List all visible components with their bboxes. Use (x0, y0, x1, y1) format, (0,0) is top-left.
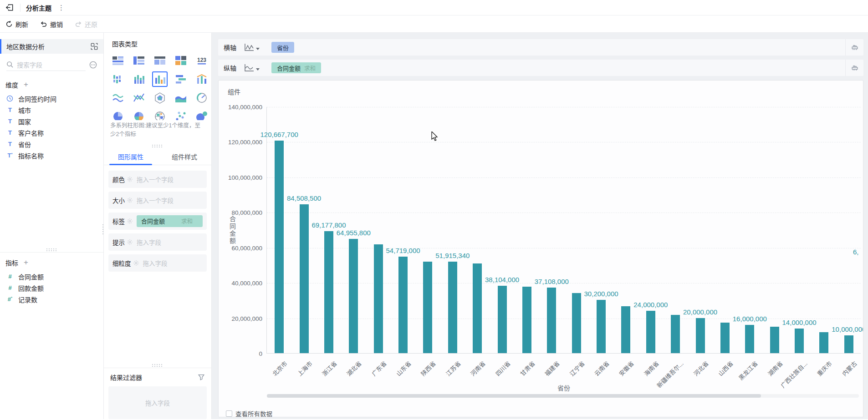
bar-四川省[interactable] (498, 286, 507, 353)
property-标签[interactable]: 标签合同金额求和 (108, 213, 207, 230)
bar-山西省[interactable] (720, 323, 730, 353)
label-field-pill[interactable]: 合同金额求和 (137, 215, 203, 227)
chart-type-detail-table[interactable] (152, 53, 168, 68)
measure-field-记录数[interactable]: #*记录数 (0, 293, 103, 305)
field-settings-icon[interactable] (89, 61, 97, 69)
bar-湖南省[interactable] (770, 327, 779, 353)
chart-type-cross-table[interactable] (131, 53, 147, 68)
bar-黑龙江省[interactable] (745, 325, 754, 353)
chart-type-gauge-chart[interactable] (194, 90, 209, 106)
gear-icon[interactable] (127, 218, 133, 224)
bar-value-label: 84,508,500 (287, 194, 321, 202)
gear-icon[interactable] (127, 239, 133, 245)
dimension-field-城市[interactable]: T城市 (0, 104, 103, 116)
dimension-field-客户名称[interactable]: T客户名称 (0, 127, 103, 138)
add-dimension-icon[interactable]: + (24, 81, 28, 88)
bar-山东省[interactable] (398, 257, 408, 353)
pill-label: 合同金额 (141, 217, 165, 225)
x-axis-label: 福建省 (543, 359, 562, 378)
bar-湖北省[interactable] (349, 239, 358, 353)
bar-浙江省[interactable] (324, 231, 333, 353)
chart-type-radar-chart[interactable] (152, 90, 168, 106)
chart-type-multi-series-column[interactable] (152, 71, 168, 87)
bar-海南省[interactable] (646, 311, 655, 353)
filter-splitter[interactable] (104, 368, 211, 368)
chart-type-waterfall-column[interactable] (110, 71, 126, 87)
y-axis-tick: 0 (259, 350, 262, 357)
bar-重庆市[interactable] (819, 332, 828, 353)
bar-安徽省[interactable] (621, 306, 630, 353)
chart-type-grouped-table[interactable] (110, 53, 126, 68)
checkbox-icon[interactable] (226, 410, 232, 417)
splitter-handle-icon[interactable] (152, 144, 163, 147)
measure-field-回款金额[interactable]: #回款金额 (0, 282, 103, 293)
bar-辽宁省[interactable] (572, 293, 581, 353)
result-filter-dropzone[interactable]: 拖入字段 (108, 386, 207, 419)
redo-button[interactable]: 还原 (75, 20, 97, 29)
chart-type-line-chart[interactable] (131, 90, 147, 106)
gear-icon[interactable] (127, 197, 133, 203)
tab-graphic-properties[interactable]: 图形属性 (104, 148, 158, 165)
bar-chart[interactable]: 合同金额 省份 6, 020,000,00040,000,00060,000,0… (266, 107, 861, 354)
measure-field-合同金额[interactable]: #合同金额 (0, 271, 103, 282)
switch-dataset-icon[interactable] (91, 43, 98, 50)
bar-福建省[interactable] (547, 288, 556, 353)
vaxis-type-dropdown[interactable] (244, 63, 260, 72)
bar-新疆维吾尔...[interactable] (671, 315, 680, 353)
bar-甘肃省[interactable] (522, 287, 531, 353)
chart-type-title: 图表类型 (112, 39, 211, 48)
haxis-clear-button[interactable] (845, 39, 863, 56)
property-大小[interactable]: 大小拖入一个字段 (108, 192, 207, 209)
show-all-data-checkbox[interactable]: 查看所有数据 (226, 409, 272, 417)
multi-series-column-icon (154, 73, 166, 85)
vaxis-clear-button[interactable] (845, 60, 863, 76)
vaxis-field-pill[interactable]: 合同金额 求和 (271, 62, 321, 73)
property-提示[interactable]: 提示拖入字段 (108, 233, 207, 251)
haxis-field-pill[interactable]: 省份 (271, 42, 294, 53)
chart-type-combo-chart[interactable] (194, 71, 209, 87)
measures-title: 指标 (5, 258, 18, 267)
x-axis-label: 北京市 (271, 359, 289, 378)
chart-type-area-chart[interactable] (173, 90, 189, 106)
bar-河南省[interactable] (473, 263, 482, 353)
filter-icon[interactable] (198, 374, 205, 381)
property-细粒度[interactable]: 细粒度拖入字段 (108, 254, 207, 272)
bar-江苏省[interactable] (448, 262, 457, 353)
chart-type-block-card[interactable] (173, 53, 189, 68)
tab-component-style[interactable]: 组件样式 (158, 148, 211, 165)
back-icon[interactable] (5, 3, 15, 13)
gear-icon[interactable] (127, 176, 133, 182)
bar-内蒙古[interactable] (844, 335, 853, 353)
dimension-field-指标名称[interactable]: T*指标名称 (0, 150, 103, 161)
chart-type-horizontal-bar[interactable] (173, 71, 189, 87)
bar-河北省[interactable] (696, 318, 705, 353)
splitter-handle-icon[interactable] (152, 364, 163, 367)
dimension-field-国家[interactable]: T国家 (0, 116, 103, 127)
dimension-field-省份[interactable]: T省份 (0, 138, 103, 150)
bar-广西壮族自...[interactable] (795, 329, 804, 353)
bar-广东省[interactable] (374, 244, 383, 353)
property-颜色[interactable]: 颜色拖入一个字段 (108, 171, 207, 188)
sidebar-splitter[interactable] (0, 252, 103, 253)
scrollbar-thumb[interactable] (267, 394, 761, 398)
undo-button[interactable]: 撤销 (40, 20, 63, 29)
bar-上海市[interactable] (300, 204, 309, 353)
bar-陕西省[interactable] (423, 262, 432, 353)
line-chart-icon (133, 92, 145, 104)
more-menu-icon[interactable]: ⋮ (58, 5, 65, 10)
search-input[interactable]: 搜索字段 (6, 58, 86, 71)
add-measure-icon[interactable]: + (24, 259, 28, 266)
bar-云南省[interactable] (597, 300, 606, 353)
chart-type-stacked-column[interactable] (131, 71, 147, 87)
dataset-header[interactable]: 地区数据分析 (0, 39, 103, 54)
bar-北京市[interactable] (275, 141, 284, 353)
refresh-button[interactable]: 刷新 (5, 20, 28, 29)
config-splitter[interactable] (104, 143, 211, 147)
chart-type-flow-chart[interactable] (110, 90, 126, 106)
haxis-type-dropdown[interactable] (244, 43, 260, 52)
gear-icon[interactable] (133, 260, 139, 266)
splitter-handle-icon[interactable] (46, 248, 58, 251)
horizontal-scrollbar[interactable] (267, 394, 859, 398)
chart-type-kpi-indicator[interactable]: 123 (194, 53, 209, 68)
dimension-field-合同签约时间[interactable]: 合同签约时间 (0, 93, 103, 104)
